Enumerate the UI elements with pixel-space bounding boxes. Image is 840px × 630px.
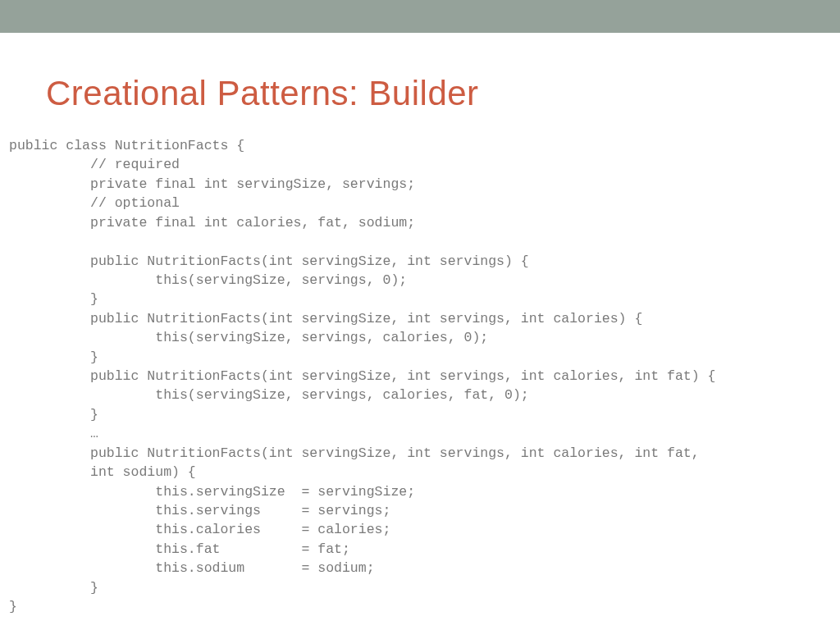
slide-content: Creational Patterns: Builder public clas… (0, 33, 840, 617)
slide-title: Creational Patterns: Builder (46, 74, 840, 113)
code-block: public class NutritionFacts { // require… (9, 136, 840, 617)
top-accent-bar (0, 0, 840, 33)
